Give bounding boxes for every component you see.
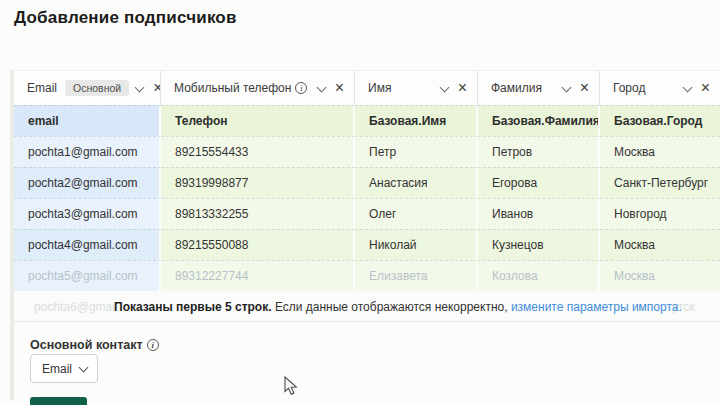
- table-cell: pochta5@gmail.com: [14, 260, 161, 291]
- table-cell: Москва: [600, 260, 720, 291]
- primary-contact-label: Основной контакт: [30, 338, 159, 352]
- chevron-down-icon[interactable]: [135, 84, 144, 93]
- column-label: Email: [27, 81, 57, 95]
- table-cell: Москва: [600, 229, 720, 260]
- table-row: pochta4@gmail.com 89215550088 Николай Ку…: [14, 229, 720, 260]
- table-cell: Петров: [478, 136, 600, 167]
- table-cell: Иванов: [478, 198, 600, 229]
- table-row: pochta3@gmail.com 89813332255 Олег Ивано…: [14, 198, 720, 229]
- table-cell: pochta3@gmail.com: [14, 198, 161, 229]
- info-icon[interactable]: [147, 339, 159, 351]
- field-header-cell: Базовая.Имя: [355, 105, 478, 136]
- table-cell: Петр: [355, 136, 478, 167]
- info-icon[interactable]: [295, 82, 307, 94]
- hidden-row-email-fragment: pochta6@gmai: [34, 300, 115, 314]
- column-mapping-header: Email Основной × Мобильный телефон × Имя…: [14, 70, 720, 105]
- table-row: pochta1@gmail.com 89215554433 Петр Петро…: [14, 136, 720, 167]
- column-label: Имя: [368, 81, 391, 95]
- table-cell: Москва: [600, 136, 720, 167]
- column-label: Город: [613, 81, 645, 95]
- select-value: Email: [42, 362, 72, 376]
- primary-badge: Основной: [65, 80, 129, 97]
- notice-text: Показаны первые 5 строк. Если данные ото…: [114, 300, 682, 314]
- field-header-cell: Базовая.Фамилия: [478, 105, 600, 136]
- table-cell: 89215550088: [161, 229, 355, 260]
- close-icon[interactable]: ×: [458, 80, 467, 96]
- table-cell: Новгород: [600, 198, 720, 229]
- submit-button-partial[interactable]: [30, 397, 87, 405]
- table-cell: pochta1@gmail.com: [14, 136, 161, 167]
- table-cell: Егорова: [478, 167, 600, 198]
- table-cell: Санкт-Петербург: [600, 167, 720, 198]
- notice-normal-text: Если данные отображаются некорректно,: [272, 300, 511, 314]
- column-header-name: Имя ×: [355, 70, 478, 105]
- table-cell: 89319998877: [161, 167, 355, 198]
- chevron-down-icon[interactable]: [317, 84, 326, 93]
- table-row: pochta5@gmail.com 89312227744 Елизавета …: [14, 260, 720, 291]
- close-icon[interactable]: ×: [153, 80, 161, 96]
- import-preview-table: Email Основной × Мобильный телефон × Имя…: [14, 70, 720, 322]
- column-header-city: Город ×: [600, 70, 720, 105]
- column-header-email: Email Основной ×: [14, 70, 161, 105]
- table-row: pochta2@gmail.com 89319998877 Анастасия …: [14, 167, 720, 198]
- notice-bold-text: Показаны первые 5 строк.: [114, 300, 272, 314]
- chevron-down-icon[interactable]: [562, 84, 571, 93]
- change-import-settings-link[interactable]: измените параметры импорта.: [511, 300, 682, 314]
- close-icon[interactable]: ×: [335, 80, 344, 96]
- table-cell: Анастасия: [355, 167, 478, 198]
- column-label: Мобильный телефон: [174, 81, 291, 95]
- close-icon[interactable]: ×: [580, 80, 589, 96]
- table-cell: Елизавета: [355, 260, 478, 291]
- close-icon[interactable]: ×: [701, 80, 710, 96]
- column-header-lastname: Фамилия ×: [478, 70, 600, 105]
- notice-bar: pochta6@gmai утск Показаны первые 5 стро…: [14, 291, 720, 322]
- column-header-phone: Мобильный телефон ×: [161, 70, 355, 105]
- table-cell: Кузнецов: [478, 229, 600, 260]
- table-cell: Козлова: [478, 260, 600, 291]
- chevron-down-icon[interactable]: [683, 84, 692, 93]
- chevron-down-icon[interactable]: [440, 84, 449, 93]
- table-cell: 89215554433: [161, 136, 355, 167]
- table-cell: 89312227744: [161, 260, 355, 291]
- field-header-cell: Базовая.Город: [600, 105, 720, 136]
- chevron-down-icon: [79, 364, 88, 373]
- field-header-row: email Телефон Базовая.Имя Базовая.Фамили…: [14, 105, 720, 136]
- table-cell: pochta4@gmail.com: [14, 229, 161, 260]
- table-cell: 89813332255: [161, 198, 355, 229]
- table-cell: Олег: [355, 198, 478, 229]
- field-header-cell: Телефон: [161, 105, 355, 136]
- page-title: Добавление подписчиков: [14, 8, 237, 28]
- mouse-cursor-icon: [284, 376, 298, 396]
- primary-contact-select[interactable]: Email: [30, 354, 98, 383]
- column-label: Фамилия: [491, 81, 542, 95]
- primary-contact-label-text: Основной контакт: [30, 338, 143, 352]
- field-header-cell: email: [14, 105, 161, 136]
- table-cell: Николай: [355, 229, 478, 260]
- table-cell: pochta2@gmail.com: [14, 167, 161, 198]
